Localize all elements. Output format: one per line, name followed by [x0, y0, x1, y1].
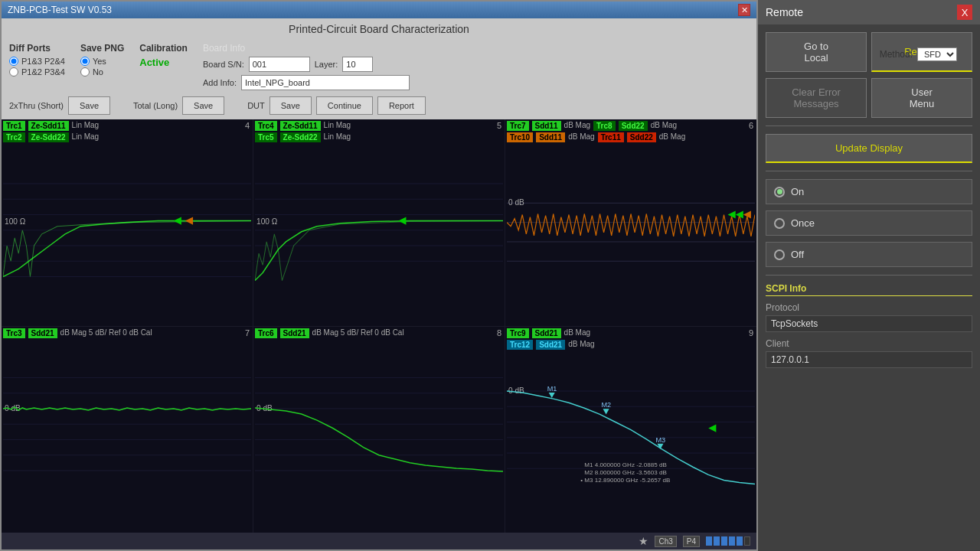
user-menu-button[interactable]: UserMenu — [871, 78, 972, 118]
diff-ports-radio2[interactable]: P1&2 P3&4 — [9, 67, 65, 77]
update-display-button[interactable]: Update Display — [766, 134, 972, 163]
radio-on-option[interactable]: On — [766, 179, 972, 204]
radio-once-option[interactable]: Once — [766, 210, 972, 236]
save-png-no-radio[interactable]: No — [80, 67, 124, 77]
chart-8-header: Trc6 Sdd21 dB Mag 5 dB/ Ref 0 dB Cal — [255, 328, 503, 338]
method-label: Method: — [880, 49, 913, 60]
dut-section: DUT Save Continue Report — [247, 96, 426, 115]
trc12-name: Sdd21 — [536, 340, 565, 350]
method-select[interactable]: SFD — [917, 47, 957, 61]
trc5-desc: Lin Mag — [324, 132, 351, 142]
board-info-group: Board Info Board S/N: Layer: Add Info: — [203, 43, 410, 90]
trc2-name: Ze-Sdd22 — [28, 132, 69, 142]
goto-local-button[interactable]: Go toLocal — [766, 32, 867, 72]
add-info-row: Add Info: — [203, 75, 410, 90]
total-label: Total (Long) — [133, 101, 178, 110]
save-png-no: No — [93, 67, 103, 77]
radio-off-label: Off — [791, 249, 804, 260]
remote-body: Go toLocal Remote Clear ErrorMessages Us… — [758, 24, 980, 376]
remote-close-button[interactable]: X — [957, 5, 972, 20]
chart-7-svg: 0 dB — [3, 340, 251, 513]
trc4-label: Trc4 — [255, 121, 277, 131]
total-save-button[interactable]: Save — [182, 96, 224, 115]
svg-text:M2: M2 — [602, 401, 612, 409]
save-png-yes-input[interactable] — [80, 57, 90, 66]
continue-button[interactable]: Continue — [316, 96, 373, 115]
chart-9-header2: Trc12 Sdd21 dB Mag — [507, 340, 755, 350]
svg-marker-51 — [603, 409, 609, 414]
layer-input[interactable] — [342, 57, 373, 72]
chart-4-svg: 100 Ω — [3, 144, 251, 317]
trc4-desc: Lin Mag — [324, 121, 351, 131]
chart-7-canvas: 0 dB — [3, 340, 251, 513]
trc10-desc: dB Mag — [568, 132, 594, 142]
svg-text:• M3  12.890000 GHz  -5.2657 d: • M3 12.890000 GHz -5.2657 dB — [580, 477, 670, 484]
save-png-yes-radio[interactable]: Yes — [80, 57, 124, 66]
remote-header: Remote X — [758, 0, 980, 24]
chart-9-canvas: 0 dB M1 M2 M3 M1 4.000000 GHz -2.0885 dB — [507, 351, 755, 524]
board-sn-input[interactable] — [249, 57, 310, 72]
chart-5-header2: Trc5 Ze-Sdd22 Lin Mag — [255, 132, 503, 142]
trc7-label: Trc7 — [507, 121, 529, 131]
trc6-desc: dB Mag 5 dB/ Ref 0 dB Cal — [312, 328, 404, 338]
radio-off-option[interactable]: Off — [766, 242, 972, 267]
diff-ports-radio1[interactable]: P1&3 P2&4 — [9, 57, 65, 66]
chart-8: Trc6 Sdd21 dB Mag 5 dB/ Ref 0 dB Cal 8 0… — [253, 327, 505, 533]
chart-4-canvas: 100 Ω — [3, 144, 251, 317]
trc3-name: Sdd21 — [28, 328, 57, 338]
progress-seg-3 — [721, 536, 727, 546]
trc1-label: Trc1 — [3, 121, 25, 131]
thru-save-button[interactable]: Save — [68, 96, 110, 115]
trc9-name: Sdd21 — [532, 328, 561, 338]
diff-ports-group: Diff Ports P1&3 P2&4 P1&2 P3&4 — [9, 43, 65, 77]
chart-4-header: Trc1 Ze-Sdd11 Lin Mag — [3, 121, 251, 131]
progress-seg-1 — [706, 536, 712, 546]
trc7-name: Sdd11 — [532, 121, 561, 131]
svg-marker-24 — [736, 210, 743, 218]
window-title: ZNB-PCB-Test SW V0.53 — [8, 5, 112, 15]
controls-area: Method: SFD Diff Ports P1&3 P2&4 P1&2 P3… — [2, 40, 756, 93]
radio-once-label: Once — [791, 217, 815, 229]
svg-text:M1   4.000000 GHz  -2.0885 dB: M1 4.000000 GHz -2.0885 dB — [584, 461, 667, 468]
trc9-label: Trc9 — [507, 328, 529, 338]
save-png-no-input[interactable] — [80, 67, 90, 77]
svg-marker-8 — [174, 217, 181, 225]
svg-text:M2   8.000000 GHz  -3.5603 dB: M2 8.000000 GHz -3.5603 dB — [584, 469, 667, 476]
divider-3 — [766, 275, 972, 276]
diff-ports-radio1-input[interactable] — [9, 57, 18, 66]
save-png-label: Save PNG — [80, 43, 124, 54]
chart-8-canvas: 0 dB — [255, 340, 503, 513]
clear-error-button[interactable]: Clear ErrorMessages — [766, 78, 867, 118]
chart-4: Trc1 Ze-Sdd11 Lin Mag Trc2 Ze-Sdd22 Lin … — [2, 119, 253, 326]
save-png-group: Save PNG Yes No — [80, 43, 124, 77]
chart-5-svg: 100 Ω — [255, 144, 503, 317]
protocol-label: Protocol — [766, 302, 972, 313]
chart-9-svg: 0 dB M1 M2 M3 M1 4.000000 GHz -2.0885 dB — [507, 351, 755, 524]
client-value: 127.0.0.1 — [766, 351, 972, 368]
total-section: Total (Long) Save — [133, 96, 224, 115]
remote-panel: Remote X Go toLocal Remote Clear ErrorMe… — [758, 0, 980, 551]
diff-ports-radio2-input[interactable] — [9, 67, 18, 77]
chart-4-number: 4 — [245, 121, 250, 130]
svg-marker-17 — [398, 217, 406, 225]
report-button[interactable]: Report — [377, 96, 426, 115]
close-button[interactable]: ✕ — [738, 4, 750, 16]
calibration-label: Calibration — [139, 43, 188, 54]
page-title: Printed-Circuit Board Characterization — [2, 18, 756, 40]
trc1-name: Ze-Sdd11 — [28, 121, 69, 131]
radio-on-dot — [774, 187, 785, 197]
action-bar: 2xThru (Short) Save Total (Long) Save DU… — [2, 93, 756, 119]
chart-8-number: 8 — [497, 328, 501, 337]
trc1-desc: Lin Mag — [72, 121, 100, 131]
remote-title: Remote — [766, 6, 803, 18]
trc3-label: Trc3 — [3, 328, 25, 338]
scpi-info-title: SCPI Info — [766, 283, 972, 296]
add-info-input[interactable] — [241, 75, 410, 90]
trc11-label: Trc11 — [598, 132, 624, 142]
dut-save-button[interactable]: Save — [270, 96, 312, 115]
progress-seg-5 — [737, 536, 743, 546]
diff-ports-option1: P1&3 P2&4 — [21, 57, 65, 66]
board-sn-row: Board S/N: Layer: — [203, 57, 410, 72]
star-icon: ★ — [639, 535, 648, 547]
client-label: Client — [766, 338, 972, 349]
